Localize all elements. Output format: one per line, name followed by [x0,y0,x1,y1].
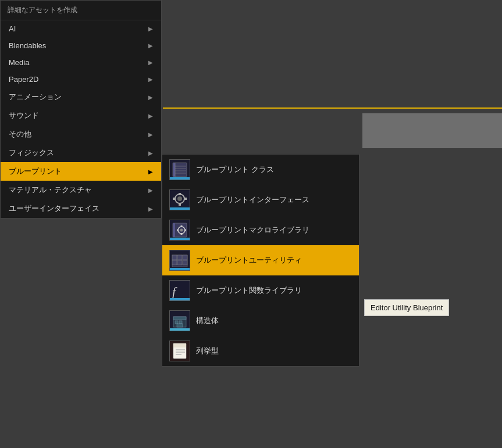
main-context-menu: 詳細なアセットを作成 AI ▶ Blendables ▶ Media ▶ Pap… [0,0,162,218]
menu-item-paper2d-label: Paper2D [9,75,38,84]
menu-item-blueprint[interactable]: ブループリント ▶ [1,162,161,181]
arrow-icon: ▶ [148,131,153,138]
gray-panel [362,113,502,148]
svg-rect-29 [172,255,177,260]
svg-rect-8 [170,177,190,180]
submenu-item-bp-utility[interactable]: ブループリントユーティリティ [162,245,359,275]
svg-rect-14 [173,198,175,200]
svg-rect-25 [184,230,186,231]
svg-rect-31 [183,255,187,260]
svg-rect-16 [170,207,190,210]
svg-rect-33 [177,260,182,265]
svg-rect-19 [173,223,175,237]
bp-class-label: ブループリント クラス [196,164,274,175]
svg-rect-24 [177,230,179,231]
menu-item-sound[interactable]: サウンド ▶ [1,106,161,125]
menu-item-blendables[interactable]: Blendables ▶ [1,37,161,54]
menu-item-ai[interactable]: AI ▶ [1,20,161,37]
bp-interface-icon [169,189,190,210]
svg-rect-30 [177,255,182,260]
svg-rect-13 [179,203,181,206]
menu-item-media[interactable]: Media ▶ [1,54,161,71]
arrow-icon: ▶ [148,150,153,156]
submenu-item-struct[interactable]: 構造体 [162,306,359,336]
arrow-icon: ▶ [148,76,153,83]
blueprint-submenu: ブループリント クラス ブループリントインターフェース [162,154,359,367]
struct-label: 構造体 [196,316,219,326]
menu-item-physics-label: フィジックス [9,148,54,158]
arrow-icon: ▶ [148,26,153,32]
arrow-icon: ▶ [148,206,153,212]
yellow-divider [163,107,502,109]
bp-class-icon [169,159,190,180]
bp-function-icon: f [169,280,190,301]
menu-header: 詳細なアセットを作成 [1,1,161,20]
svg-rect-23 [181,233,183,235]
bp-utility-icon [169,250,190,271]
svg-rect-42 [175,321,178,324]
svg-point-21 [180,229,183,232]
arrow-icon: ▶ [148,113,153,119]
submenu-item-bp-interface[interactable]: ブループリントインターフェース [162,185,359,215]
svg-rect-43 [179,321,182,324]
menu-item-other-label: その他 [9,129,31,139]
bp-interface-label: ブループリントインターフェース [196,195,309,205]
menu-item-media-label: Media [9,58,29,67]
menu-item-animation-label: アニメーション [9,92,62,102]
menu-item-physics[interactable]: フィジックス ▶ [1,144,161,162]
menu-item-blendables-label: Blendables [9,41,46,50]
arrow-icon: ▶ [148,59,153,66]
bp-utility-label: ブループリントユーティリティ [196,255,302,266]
svg-rect-15 [184,198,187,200]
struct-icon [169,310,190,331]
svg-rect-35 [170,268,190,270]
submenu-item-bp-function[interactable]: f ブループリント関数ライブラリ [162,275,359,306]
enum-icon [169,341,190,361]
svg-rect-41 [173,317,186,320]
arrow-icon: ▶ [148,187,153,193]
svg-rect-12 [179,193,181,195]
svg-rect-44 [177,324,183,327]
arrow-icon: ▶ [148,94,153,101]
submenu-item-enum[interactable]: 列挙型 [162,336,359,366]
bp-macro-label: ブループリントマクロライブラリ [196,225,309,235]
menu-item-material-label: マテリアル・テクスチャ [9,185,92,195]
svg-rect-38 [170,298,190,300]
svg-rect-48 [173,343,186,347]
svg-rect-32 [172,260,177,265]
menu-item-ai-label: AI [9,24,16,33]
svg-rect-2 [173,163,175,177]
svg-rect-34 [183,260,187,265]
menu-item-ui[interactable]: ユーザーインターフェイス ▶ [1,199,161,218]
svg-rect-26 [170,238,190,240]
svg-point-11 [177,196,182,201]
menu-item-material[interactable]: マテリアル・テクスチャ ▶ [1,181,161,199]
menu-item-ui-label: ユーザーインターフェイス [9,203,99,214]
arrow-icon: ▶ [148,42,153,49]
menu-item-animation[interactable]: アニメーション ▶ [1,88,161,106]
bp-macro-icon [169,220,190,241]
menu-item-other[interactable]: その他 ▶ [1,125,161,144]
arrow-icon: ▶ [148,169,153,175]
svg-rect-45 [170,328,190,331]
submenu-item-bp-class[interactable]: ブループリント クラス [162,155,359,185]
bp-function-label: ブループリント関数ライブラリ [196,285,302,296]
svg-rect-22 [181,225,183,227]
submenu-item-bp-macro[interactable]: ブループリントマクロライブラリ [162,215,359,245]
enum-label: 列挙型 [196,346,219,356]
menu-item-sound-label: サウンド [9,110,39,121]
menu-item-blueprint-label: ブループリント [9,166,62,177]
menu-item-paper2d[interactable]: Paper2D ▶ [1,71,161,88]
